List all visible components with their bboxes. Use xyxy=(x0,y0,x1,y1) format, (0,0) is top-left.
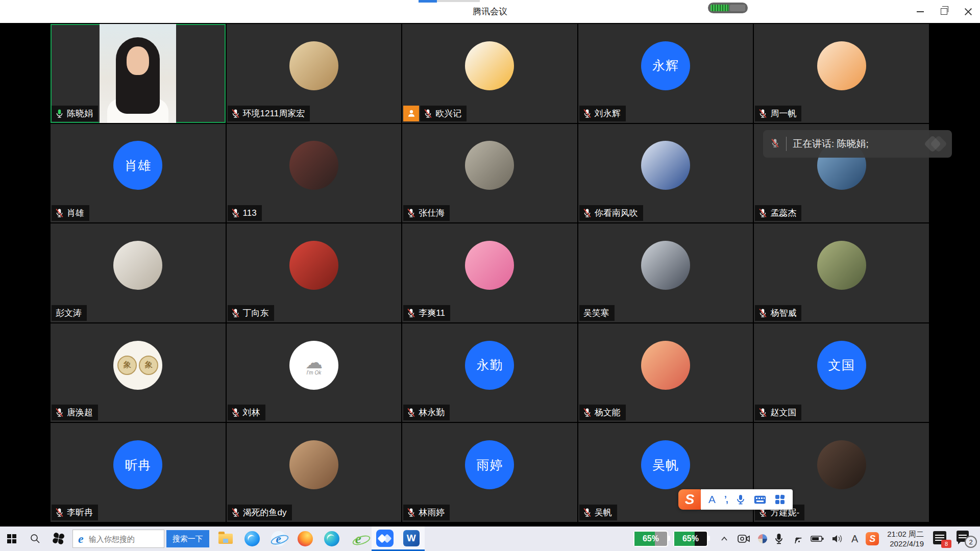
tile-badges: 孟蕊杰 xyxy=(755,205,801,221)
participant-tile[interactable]: 渴死的鱼dy xyxy=(227,423,402,522)
battery-widgets: 65% 65% xyxy=(633,531,708,547)
input-method-indicator[interactable]: A xyxy=(851,533,858,545)
participant-name: 李昕冉 xyxy=(67,507,93,518)
taskbar-search-box[interactable]: e xyxy=(72,530,164,548)
photo-avatar xyxy=(289,141,338,190)
mic-muted-icon xyxy=(231,109,240,118)
name-badge: 丁向东 xyxy=(228,305,274,321)
minimize-button[interactable] xyxy=(908,0,932,23)
taskbar-clock[interactable]: 21:02 周二 2022/4/19 xyxy=(887,529,924,549)
battery-indicator-2[interactable]: 65% xyxy=(673,531,708,547)
photo-avatar xyxy=(817,41,866,90)
mic-muted-icon xyxy=(758,408,768,417)
restore-button[interactable] xyxy=(932,0,956,23)
sogou-logo-icon[interactable]: S xyxy=(678,489,701,510)
sogou-tray-icon[interactable]: S xyxy=(866,532,879,545)
taskbar-app-pinwheel[interactable] xyxy=(47,527,70,551)
participant-tile[interactable]: 永辉刘永辉 xyxy=(578,24,753,123)
photo-avatar xyxy=(641,341,690,390)
screen-record-icon[interactable] xyxy=(737,533,750,544)
name-badge: 赵文国 xyxy=(755,405,801,420)
sogou-keyboard-icon[interactable] xyxy=(754,495,766,504)
mic-muted-icon xyxy=(231,208,240,218)
wifi-icon[interactable] xyxy=(791,533,803,544)
taskbar-search-button[interactable] xyxy=(23,527,47,551)
close-button[interactable] xyxy=(956,0,980,23)
participant-name: 林雨婷 xyxy=(419,507,445,518)
participant-name: 唐涣超 xyxy=(67,407,93,418)
news-tray-icon[interactable]: 8 xyxy=(933,531,948,546)
participant-tile[interactable]: 环境1211周家宏 xyxy=(227,24,402,123)
participant-tile[interactable]: 雨婷林雨婷 xyxy=(402,423,577,522)
banner-divider xyxy=(786,137,787,151)
start-button[interactable] xyxy=(0,527,23,551)
taskbar-app-edge[interactable] xyxy=(318,527,345,551)
tile-badges: 刘永辉 xyxy=(579,106,626,121)
chess-avatar: 象象 xyxy=(113,341,162,390)
participant-tile[interactable]: 彭文涛 xyxy=(51,223,226,322)
sogou-punctuation-toggle[interactable]: ’, xyxy=(724,494,727,505)
participant-tile[interactable]: 周一帆 xyxy=(754,24,929,123)
tile-badges: 113 xyxy=(228,205,262,221)
battery-tray-icon[interactable] xyxy=(811,535,824,543)
sogou-toolbox-icon[interactable] xyxy=(775,494,785,505)
firefox-icon xyxy=(298,531,313,546)
participant-name: 孟蕊杰 xyxy=(770,207,796,219)
mic-muted-icon xyxy=(423,109,433,118)
taskbar-apps: eeW xyxy=(212,527,425,551)
photo-avatar xyxy=(641,241,690,290)
search-go-button[interactable]: 搜索一下 xyxy=(166,530,209,547)
tray-expand-chevron-icon[interactable] xyxy=(719,534,729,544)
web-search-input[interactable] xyxy=(88,534,164,544)
participant-tile[interactable]: 昕冉李昕冉 xyxy=(51,423,226,522)
mic-muted-icon xyxy=(770,138,780,148)
participant-tile[interactable]: 丁向东 xyxy=(227,223,402,322)
name-badge: 环境1211周家宏 xyxy=(228,106,310,121)
photo-avatar xyxy=(289,41,338,90)
host-person-icon xyxy=(407,109,416,118)
microphone-tray-icon[interactable] xyxy=(775,533,783,544)
taskbar-app-word[interactable]: W xyxy=(398,527,425,551)
participant-tile[interactable]: 你看南风吹 xyxy=(578,124,753,223)
tencent-meeting-icon xyxy=(376,530,394,547)
participant-tile[interactable]: ☁I'm Ok刘林 xyxy=(227,323,402,422)
participant-tile[interactable]: 张仕海 xyxy=(402,124,577,223)
participant-name: 周一帆 xyxy=(770,108,796,119)
taskbar-app-browser-blue[interactable] xyxy=(239,527,265,551)
participant-tile[interactable]: 陈晓娟 xyxy=(51,24,226,123)
sogou-language-toggle[interactable]: A xyxy=(708,493,716,506)
participant-tile[interactable]: 李爽11 xyxy=(402,223,577,322)
name-badge: 林永勤 xyxy=(403,405,450,420)
participant-name: 杨文能 xyxy=(595,407,621,418)
participant-tile[interactable]: 杨文能 xyxy=(578,323,753,422)
tile-badges: 欧兴记 xyxy=(403,106,467,121)
participant-tile[interactable]: 肖雄肖雄 xyxy=(51,124,226,223)
battery-indicator-1[interactable]: 65% xyxy=(633,531,668,547)
news-badge: 8 xyxy=(941,540,951,548)
participant-tile[interactable]: 象象唐涣超 xyxy=(51,323,226,422)
volume-icon[interactable] xyxy=(831,534,844,544)
taskbar-app-ie-green[interactable]: e xyxy=(345,527,372,551)
utility-app-icon[interactable] xyxy=(758,534,767,543)
name-badge: 陈晓娟 xyxy=(52,106,98,121)
sogou-toolbar: S A ’, xyxy=(678,489,793,510)
network-signal-bars xyxy=(710,5,729,11)
participant-tile[interactable]: 永勤林永勤 xyxy=(402,323,577,422)
mic-on-icon xyxy=(55,109,64,118)
participant-name: 环境1211周家宏 xyxy=(243,108,305,119)
action-center-button[interactable]: 2 xyxy=(957,531,977,547)
participant-tile[interactable]: 杨智威 xyxy=(754,223,929,322)
participant-tile[interactable]: 吴笑寒 xyxy=(578,223,753,322)
taskbar-app-explorer[interactable] xyxy=(212,527,239,551)
sogou-voice-icon[interactable] xyxy=(736,494,745,505)
name-badge: 唐涣超 xyxy=(52,405,98,420)
taskbar-app-tencent-meeting[interactable] xyxy=(372,527,398,551)
participant-tile[interactable]: 113 xyxy=(227,124,402,223)
taskbar-app-firefox[interactable] xyxy=(292,527,318,551)
participant-tile[interactable]: 欧兴记 xyxy=(402,24,577,123)
taskbar-app-ie[interactable]: e xyxy=(265,527,292,551)
initials-avatar: 雨婷 xyxy=(465,440,514,489)
name-badge: 欧兴记 xyxy=(420,106,467,121)
tile-badges: 肖雄 xyxy=(52,205,89,221)
participant-tile[interactable]: 文国赵文国 xyxy=(754,323,929,422)
